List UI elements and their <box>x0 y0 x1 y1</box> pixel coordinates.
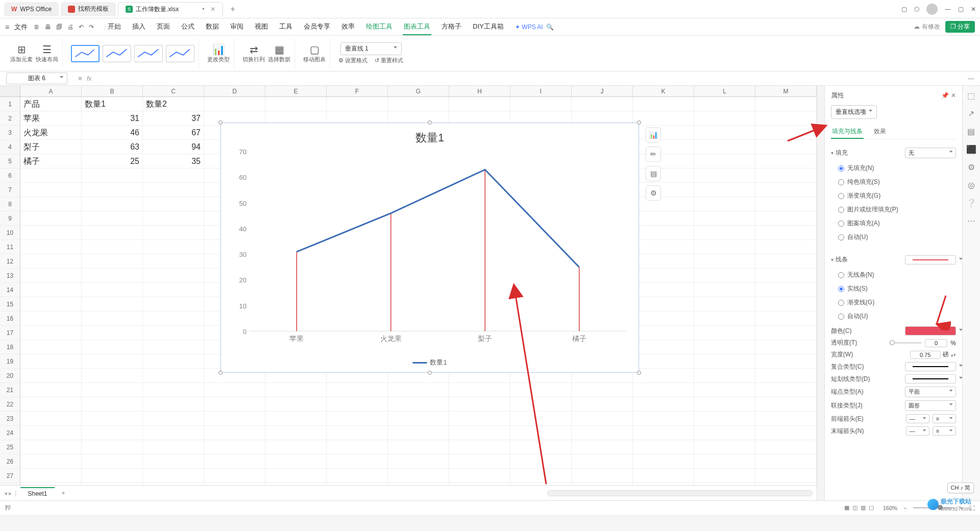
cell[interactable] <box>143 369 204 382</box>
cell[interactable] <box>755 283 817 297</box>
new-tab-button[interactable]: + <box>225 5 240 14</box>
cell[interactable] <box>694 354 755 368</box>
cell[interactable] <box>633 168 694 182</box>
file-menu[interactable]: 文件 <box>14 22 28 32</box>
row-header[interactable]: 13 <box>0 269 20 282</box>
hscroll-bar[interactable] <box>547 490 813 496</box>
cell[interactable]: 25 <box>82 154 143 168</box>
cell[interactable] <box>265 397 327 411</box>
cell[interactable] <box>327 383 388 397</box>
cell[interactable] <box>82 254 143 268</box>
row-header[interactable]: 22 <box>0 397 20 411</box>
line-option[interactable]: 自动(U) <box>831 309 956 323</box>
cell[interactable] <box>694 297 755 311</box>
quick-icon[interactable]: 🗎 <box>34 23 40 31</box>
cell[interactable] <box>755 440 817 454</box>
chart-object[interactable]: 数量1 010203040506070 苹果火龙果梨子橘子 数量1 📊✏▤⚙ <box>220 123 639 373</box>
cell[interactable] <box>20 454 82 468</box>
cell[interactable] <box>755 226 817 239</box>
cell[interactable] <box>694 197 755 211</box>
cell[interactable] <box>633 440 694 454</box>
cell[interactable] <box>327 426 388 440</box>
rail-icon[interactable]: ❔ <box>966 198 976 208</box>
grid[interactable]: ABCDEFGHIJKLM 1产品数量1数量22苹果31373火龙果46674梨… <box>0 86 817 485</box>
ribbon-tab[interactable]: 方格子 <box>440 19 462 35</box>
cell[interactable] <box>82 168 143 182</box>
ribbon-tab[interactable]: 绘图工具 <box>365 19 394 35</box>
chart-style-thumb[interactable] <box>166 45 194 62</box>
cell[interactable] <box>82 483 143 485</box>
cell[interactable] <box>20 412 82 425</box>
cell[interactable] <box>755 211 817 225</box>
cell[interactable] <box>82 440 143 454</box>
cell[interactable] <box>510 483 572 485</box>
cell[interactable] <box>755 254 817 268</box>
cell[interactable] <box>82 240 143 254</box>
cell[interactable] <box>755 297 817 311</box>
view-mode-button[interactable]: ▥ <box>861 504 866 511</box>
rail-icon[interactable]: ⚙ <box>968 162 975 172</box>
cell[interactable] <box>82 297 143 311</box>
cell[interactable] <box>20 211 82 225</box>
cell[interactable] <box>143 254 204 268</box>
cell[interactable] <box>755 240 817 254</box>
avatar[interactable] <box>926 4 938 15</box>
cell[interactable] <box>510 454 572 468</box>
cell[interactable] <box>82 340 143 354</box>
cube-icon[interactable]: ▢ <box>901 6 907 13</box>
chart-legend[interactable]: 数量1 <box>412 358 447 367</box>
cell[interactable] <box>20 383 82 397</box>
chart-side-button[interactable]: 📊 <box>646 127 661 142</box>
cell[interactable] <box>20 226 82 239</box>
resize-handle[interactable] <box>428 120 432 125</box>
cell[interactable] <box>143 168 204 182</box>
cell[interactable] <box>449 97 510 111</box>
chart-side-button[interactable]: ⚙ <box>646 185 661 201</box>
cell[interactable] <box>694 211 755 225</box>
cell[interactable] <box>449 483 510 485</box>
row-header[interactable]: 2 <box>0 111 20 125</box>
cell[interactable] <box>82 426 143 440</box>
cell[interactable] <box>327 440 388 454</box>
quick-icon[interactable]: 🖶 <box>45 23 51 31</box>
fill-option[interactable]: 渐变填充(G) <box>831 189 956 203</box>
ribbon-tab[interactable]: 开始 <box>107 19 122 35</box>
cell[interactable] <box>327 97 388 111</box>
cell[interactable] <box>143 440 204 454</box>
rail-icon[interactable]: ↗ <box>968 109 974 118</box>
cell[interactable] <box>755 168 817 182</box>
panel-tab-effects[interactable]: 效果 <box>873 125 887 139</box>
cell[interactable] <box>633 111 694 125</box>
minimize-button[interactable]: — <box>945 6 951 13</box>
cell[interactable] <box>20 168 82 182</box>
cell[interactable]: 37 <box>143 111 204 125</box>
cell[interactable] <box>755 354 817 368</box>
cell[interactable] <box>633 140 694 154</box>
zoom-out-button[interactable]: − <box>903 505 906 511</box>
cell[interactable] <box>327 412 388 425</box>
cell[interactable] <box>572 454 633 468</box>
cell[interactable] <box>20 269 82 282</box>
cell[interactable] <box>633 226 694 239</box>
switch-rowcol-icon[interactable]: ⇄ <box>242 43 265 56</box>
cell[interactable] <box>633 154 694 168</box>
cell[interactable] <box>388 483 449 485</box>
selection-dropdown[interactable]: 垂直线 1 <box>340 42 402 55</box>
cell[interactable] <box>388 97 449 111</box>
cell[interactable] <box>633 311 694 325</box>
cell[interactable] <box>694 383 755 397</box>
cell[interactable] <box>755 369 817 382</box>
row-header[interactable]: 12 <box>0 254 20 268</box>
cell[interactable] <box>572 397 633 411</box>
compound-type-dropdown[interactable] <box>905 362 956 371</box>
cell[interactable] <box>82 397 143 411</box>
cell[interactable] <box>143 426 204 440</box>
cell[interactable] <box>143 240 204 254</box>
line-color-picker[interactable] <box>905 326 956 335</box>
cell[interactable] <box>449 397 510 411</box>
cell[interactable] <box>633 454 694 468</box>
cell[interactable] <box>755 483 817 485</box>
cell[interactable] <box>82 326 143 340</box>
cell[interactable] <box>82 211 143 225</box>
cell[interactable] <box>449 412 510 425</box>
